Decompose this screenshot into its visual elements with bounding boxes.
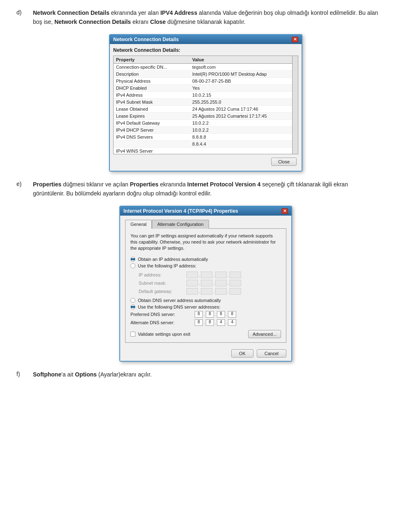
dns-section: Obtain DNS server address automatically … bbox=[130, 298, 281, 326]
section-f-content: Softphone'a ait Options (Ayarlar)ekranı … bbox=[33, 370, 379, 379]
ncd-close-x[interactable]: ✕ bbox=[292, 37, 298, 42]
subnet-box-4[interactable] bbox=[230, 280, 241, 286]
props-bold-3: Properties bbox=[130, 181, 158, 188]
ncd-cell-property: Lease Expires bbox=[114, 112, 190, 119]
ncd-table-row: IPv4 Address10.0.2.15 bbox=[114, 91, 298, 98]
radio-manual-dns-circle[interactable] bbox=[130, 304, 135, 309]
ncd-table-row: DescriptionIntel(R) PRO/1000 MT Desktop … bbox=[114, 70, 298, 77]
ipv4-tab-content: You can get IP settings assigned automat… bbox=[125, 228, 286, 343]
preferred-dns-row: Preferred DNS server: 8 . 8 . 8 . 8 bbox=[130, 311, 281, 318]
ncd-cell-value bbox=[190, 147, 298, 154]
adns-box-3[interactable]: 4 bbox=[217, 319, 225, 326]
alternate-dns-label: Alternate DNS server: bbox=[130, 320, 192, 325]
ncd-cell-property: DHCP Enabled bbox=[114, 84, 190, 91]
radio-manual-ip-circle[interactable] bbox=[130, 263, 135, 268]
subnet-box-3[interactable] bbox=[215, 280, 227, 286]
col-value: Value bbox=[190, 56, 298, 64]
f-text-4: (Ayarlar)ekranı açılır. bbox=[97, 371, 152, 378]
validate-checkbox[interactable] bbox=[130, 332, 135, 337]
ip-box-2[interactable] bbox=[201, 272, 212, 278]
ipv4-titlebar: Internet Protocol Version 4 (TCP/IPv4) P… bbox=[120, 207, 291, 216]
ncd-cell-value: 25 Ağustos 2012 Cumartesi 17:17:45 bbox=[190, 112, 298, 119]
radio-group-ip: Obtain an IP address automatically Use t… bbox=[130, 257, 281, 268]
ncd-cell-value: 10.0.2.2 bbox=[190, 119, 298, 126]
pdns-box-2[interactable]: 8 bbox=[206, 311, 214, 318]
titlebar-controls: ✕ bbox=[292, 37, 298, 42]
radio-auto-ip-row[interactable]: Obtain an IP address automatically bbox=[130, 257, 281, 262]
pdns-box-4[interactable]: 8 bbox=[228, 311, 236, 318]
ipv4-bold: IPV4 Address bbox=[160, 9, 198, 16]
ncd-cell-value: 255.255.255.0 bbox=[190, 98, 298, 105]
ncd-text-6: ekranı bbox=[131, 19, 150, 25]
ncd-close-button[interactable]: Close bbox=[271, 158, 297, 166]
section-e-content: Properties düğmesi tıklanır ve açılan Pr… bbox=[33, 180, 379, 198]
validate-row: Validate settings upon exit Advanced... bbox=[130, 330, 281, 338]
ip-address-input[interactable]: . . . bbox=[186, 272, 241, 278]
ncd-cell-value: Intel(R) PRO/1000 MT Desktop Adap bbox=[190, 70, 298, 77]
adns-box-4[interactable]: 4 bbox=[228, 319, 236, 326]
ip-box-4[interactable] bbox=[230, 272, 241, 278]
ncd-table-body: Connection-specific DN...tegsoft.comDesc… bbox=[114, 63, 298, 154]
pdns-box-1[interactable]: 8 bbox=[195, 311, 203, 318]
subnet-box-2[interactable] bbox=[201, 280, 212, 286]
subnet-mask-input[interactable]: . . . bbox=[186, 280, 241, 286]
ncd-cell-value: Yes bbox=[190, 84, 298, 91]
ncd-body: Network Connection Details: Property Val… bbox=[110, 44, 302, 171]
ncd-cell-property: IPv4 Subnet Mask bbox=[114, 98, 190, 105]
section-d-label: d) bbox=[16, 8, 33, 16]
ncd-table-row: IPv4 Default Gateway10.0.2.2 bbox=[114, 119, 298, 126]
ncd-cell-property: IPv4 DNS Servers bbox=[114, 133, 190, 140]
radio-auto-dns-label: Obtain DNS server address automatically bbox=[138, 298, 221, 303]
radio-auto-ip-label: Obtain an IP address automatically bbox=[138, 257, 208, 262]
ipv4-close-x[interactable]: ✕ bbox=[281, 208, 288, 214]
preferred-dns-label: Preferred DNS server: bbox=[130, 312, 192, 317]
gateway-input[interactable]: . . . bbox=[186, 288, 241, 295]
ncd-cell-value: 10.0.2.2 bbox=[190, 126, 298, 133]
advanced-button[interactable]: Advanced... bbox=[248, 330, 281, 338]
ip-address-row: IP address: . . . bbox=[139, 272, 281, 278]
ok-button[interactable]: OK bbox=[231, 349, 253, 358]
ncd-cell-value: 8.8.4.4 bbox=[190, 140, 298, 147]
pdns-box-3[interactable]: 8 bbox=[217, 311, 225, 318]
radio-auto-dns-circle[interactable] bbox=[130, 298, 135, 303]
ncd-footer: Close bbox=[113, 154, 298, 167]
gw-box-4[interactable] bbox=[230, 288, 241, 295]
ncd-table: Property Value Connection-specific DN...… bbox=[114, 56, 298, 154]
ncd-scrollbar[interactable] bbox=[292, 56, 298, 154]
subnet-mask-label: Subnet mask: bbox=[139, 281, 184, 286]
ncd-cell-value: tegsoft.com bbox=[190, 63, 298, 70]
f-text-2: 'a ait bbox=[61, 371, 75, 378]
ncd-table-row: IPv4 DHCP Server10.0.2.2 bbox=[114, 126, 298, 133]
tab-general[interactable]: General bbox=[125, 220, 152, 229]
tab-alternate[interactable]: Alternate Configuration bbox=[152, 220, 209, 229]
softphone-bold: Softphone bbox=[33, 371, 61, 378]
gw-box-3[interactable] bbox=[215, 288, 227, 295]
ip-box-3[interactable] bbox=[215, 272, 227, 278]
col-property: Property bbox=[114, 56, 190, 64]
ncd-cell-property: IPv4 WINS Server bbox=[114, 147, 190, 154]
radio-auto-ip-circle[interactable] bbox=[130, 257, 135, 262]
ncd-table-row: DHCP EnabledYes bbox=[114, 84, 298, 91]
ncd-table-row: Lease Obtained24 Ağustos 2012 Cuma 17:17… bbox=[114, 105, 298, 112]
subnet-box-1[interactable] bbox=[186, 280, 198, 286]
validate-label: Validate settings upon exit bbox=[138, 332, 191, 337]
alternate-dns-input[interactable]: 8 . 8 . 4 . 4 bbox=[195, 319, 236, 326]
ipv4-body: General Alternate Configuration You can … bbox=[120, 216, 291, 346]
ncd-table-row: Connection-specific DN...tegsoft.com bbox=[114, 63, 298, 70]
adns-box-1[interactable]: 8 bbox=[195, 319, 203, 326]
radio-auto-dns-row[interactable]: Obtain DNS server address automatically bbox=[130, 298, 281, 303]
ipv4-dialog-wrapper: Internet Protocol Version 4 (TCP/IPv4) P… bbox=[33, 206, 379, 362]
radio-manual-dns-row[interactable]: Use the following DNS server addresses: bbox=[130, 304, 281, 309]
ncd-table-row: 8.8.4.4 bbox=[114, 140, 298, 147]
adns-box-2[interactable]: 8 bbox=[206, 319, 214, 326]
radio-manual-ip-row[interactable]: Use the following IP address: bbox=[130, 263, 281, 268]
ncd-cell-value: 08-00-27-87-25-BB bbox=[190, 77, 298, 84]
ncd-text-8: düğmesine tıklanarak kapatılır. bbox=[166, 19, 246, 25]
gw-box-1[interactable] bbox=[186, 288, 198, 295]
ip-box-1[interactable] bbox=[186, 272, 198, 278]
cancel-button[interactable]: Cancel bbox=[257, 349, 286, 358]
gw-box-2[interactable] bbox=[201, 288, 212, 295]
preferred-dns-input[interactable]: 8 . 8 . 8 . 8 bbox=[195, 311, 236, 318]
ncd-table-row: Physical Address08-00-27-87-25-BB bbox=[114, 77, 298, 84]
ncd-bold-5: Network Connection Details bbox=[54, 19, 131, 25]
